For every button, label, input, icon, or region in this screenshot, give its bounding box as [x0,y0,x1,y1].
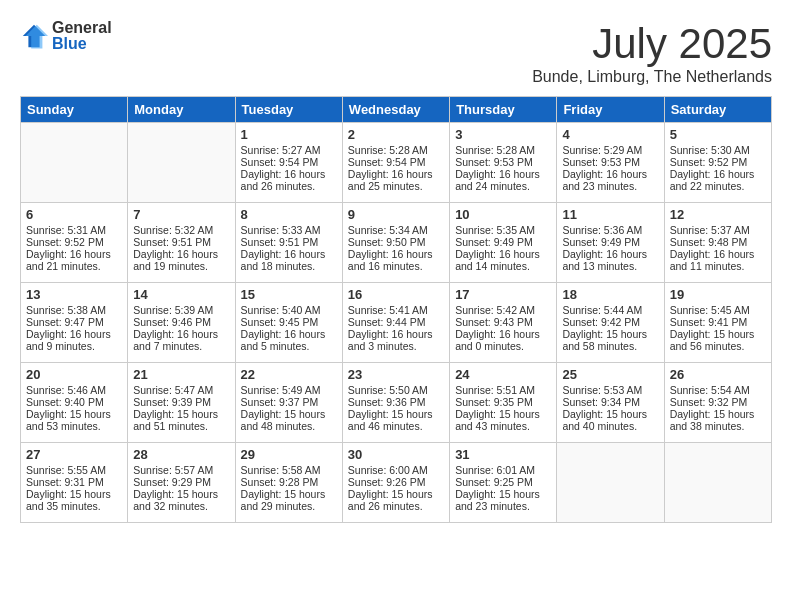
calendar-cell: 7Sunrise: 5:32 AMSunset: 9:51 PMDaylight… [128,203,235,283]
day-info: Daylight: 16 hours and 22 minutes. [670,168,766,192]
month-title: July 2025 [532,20,772,68]
day-number: 27 [26,447,122,462]
calendar-cell: 22Sunrise: 5:49 AMSunset: 9:37 PMDayligh… [235,363,342,443]
day-info: Sunrise: 5:57 AM [133,464,229,476]
day-info: Sunrise: 5:50 AM [348,384,444,396]
day-info: Sunset: 9:37 PM [241,396,337,408]
day-info: Daylight: 16 hours and 3 minutes. [348,328,444,352]
day-info: Sunset: 9:48 PM [670,236,766,248]
calendar-cell: 5Sunrise: 5:30 AMSunset: 9:52 PMDaylight… [664,123,771,203]
day-info: Daylight: 15 hours and 23 minutes. [455,488,551,512]
calendar-cell: 17Sunrise: 5:42 AMSunset: 9:43 PMDayligh… [450,283,557,363]
calendar-cell: 20Sunrise: 5:46 AMSunset: 9:40 PMDayligh… [21,363,128,443]
day-number: 11 [562,207,658,222]
calendar-cell: 14Sunrise: 5:39 AMSunset: 9:46 PMDayligh… [128,283,235,363]
calendar-header-row: SundayMondayTuesdayWednesdayThursdayFrid… [21,97,772,123]
calendar-cell: 11Sunrise: 5:36 AMSunset: 9:49 PMDayligh… [557,203,664,283]
day-info: Daylight: 16 hours and 26 minutes. [241,168,337,192]
calendar-cell [557,443,664,523]
day-info: Daylight: 16 hours and 24 minutes. [455,168,551,192]
day-info: Sunset: 9:34 PM [562,396,658,408]
logo-blue-label: Blue [52,36,112,52]
day-info: Sunrise: 5:58 AM [241,464,337,476]
calendar-cell: 10Sunrise: 5:35 AMSunset: 9:49 PMDayligh… [450,203,557,283]
day-number: 23 [348,367,444,382]
day-info: Sunset: 9:28 PM [241,476,337,488]
calendar-cell: 1Sunrise: 5:27 AMSunset: 9:54 PMDaylight… [235,123,342,203]
weekday-header: Friday [557,97,664,123]
calendar-cell: 2Sunrise: 5:28 AMSunset: 9:54 PMDaylight… [342,123,449,203]
day-number: 10 [455,207,551,222]
day-number: 3 [455,127,551,142]
calendar-cell: 23Sunrise: 5:50 AMSunset: 9:36 PMDayligh… [342,363,449,443]
day-info: Sunset: 9:46 PM [133,316,229,328]
day-info: Daylight: 16 hours and 23 minutes. [562,168,658,192]
day-info: Sunset: 9:47 PM [26,316,122,328]
day-info: Sunset: 9:32 PM [670,396,766,408]
day-info: Sunrise: 5:34 AM [348,224,444,236]
day-info: Sunrise: 5:42 AM [455,304,551,316]
day-info: Daylight: 15 hours and 51 minutes. [133,408,229,432]
day-info: Sunrise: 5:53 AM [562,384,658,396]
day-number: 13 [26,287,122,302]
calendar-cell [21,123,128,203]
day-info: Daylight: 16 hours and 18 minutes. [241,248,337,272]
day-info: Daylight: 15 hours and 35 minutes. [26,488,122,512]
day-info: Sunset: 9:41 PM [670,316,766,328]
day-info: Sunset: 9:52 PM [26,236,122,248]
day-info: Sunrise: 5:29 AM [562,144,658,156]
day-info: Sunset: 9:31 PM [26,476,122,488]
day-info: Sunrise: 5:28 AM [348,144,444,156]
day-info: Daylight: 16 hours and 16 minutes. [348,248,444,272]
day-info: Sunrise: 6:00 AM [348,464,444,476]
calendar-cell: 29Sunrise: 5:58 AMSunset: 9:28 PMDayligh… [235,443,342,523]
location: Bunde, Limburg, The Netherlands [532,68,772,86]
calendar-week-row: 6Sunrise: 5:31 AMSunset: 9:52 PMDaylight… [21,203,772,283]
day-info: Daylight: 16 hours and 7 minutes. [133,328,229,352]
day-number: 26 [670,367,766,382]
day-info: Sunset: 9:53 PM [455,156,551,168]
day-info: Daylight: 15 hours and 32 minutes. [133,488,229,512]
calendar-cell: 27Sunrise: 5:55 AMSunset: 9:31 PMDayligh… [21,443,128,523]
calendar-cell: 24Sunrise: 5:51 AMSunset: 9:35 PMDayligh… [450,363,557,443]
calendar-cell: 13Sunrise: 5:38 AMSunset: 9:47 PMDayligh… [21,283,128,363]
day-number: 25 [562,367,658,382]
calendar-table: SundayMondayTuesdayWednesdayThursdayFrid… [20,96,772,523]
day-info: Sunset: 9:25 PM [455,476,551,488]
day-info: Sunset: 9:51 PM [133,236,229,248]
day-number: 28 [133,447,229,462]
day-info: Sunset: 9:43 PM [455,316,551,328]
day-info: Sunset: 9:50 PM [348,236,444,248]
weekday-header: Monday [128,97,235,123]
day-info: Sunset: 9:40 PM [26,396,122,408]
day-info: Sunrise: 5:35 AM [455,224,551,236]
calendar-week-row: 20Sunrise: 5:46 AMSunset: 9:40 PMDayligh… [21,363,772,443]
day-number: 18 [562,287,658,302]
day-info: Sunrise: 5:32 AM [133,224,229,236]
calendar-cell: 6Sunrise: 5:31 AMSunset: 9:52 PMDaylight… [21,203,128,283]
calendar-cell: 26Sunrise: 5:54 AMSunset: 9:32 PMDayligh… [664,363,771,443]
day-number: 31 [455,447,551,462]
weekday-header: Thursday [450,97,557,123]
day-number: 12 [670,207,766,222]
calendar-cell: 12Sunrise: 5:37 AMSunset: 9:48 PMDayligh… [664,203,771,283]
logo: General Blue [20,20,112,52]
calendar-cell: 16Sunrise: 5:41 AMSunset: 9:44 PMDayligh… [342,283,449,363]
day-number: 15 [241,287,337,302]
day-info: Sunrise: 5:51 AM [455,384,551,396]
day-number: 17 [455,287,551,302]
day-number: 2 [348,127,444,142]
logo-general-label: General [52,20,112,36]
day-number: 22 [241,367,337,382]
day-number: 14 [133,287,229,302]
day-info: Sunrise: 5:55 AM [26,464,122,476]
day-info: Sunrise: 5:45 AM [670,304,766,316]
day-number: 5 [670,127,766,142]
day-info: Sunset: 9:39 PM [133,396,229,408]
day-info: Daylight: 16 hours and 25 minutes. [348,168,444,192]
day-number: 24 [455,367,551,382]
day-info: Daylight: 15 hours and 40 minutes. [562,408,658,432]
day-info: Daylight: 15 hours and 38 minutes. [670,408,766,432]
calendar-cell: 28Sunrise: 5:57 AMSunset: 9:29 PMDayligh… [128,443,235,523]
day-info: Daylight: 15 hours and 56 minutes. [670,328,766,352]
